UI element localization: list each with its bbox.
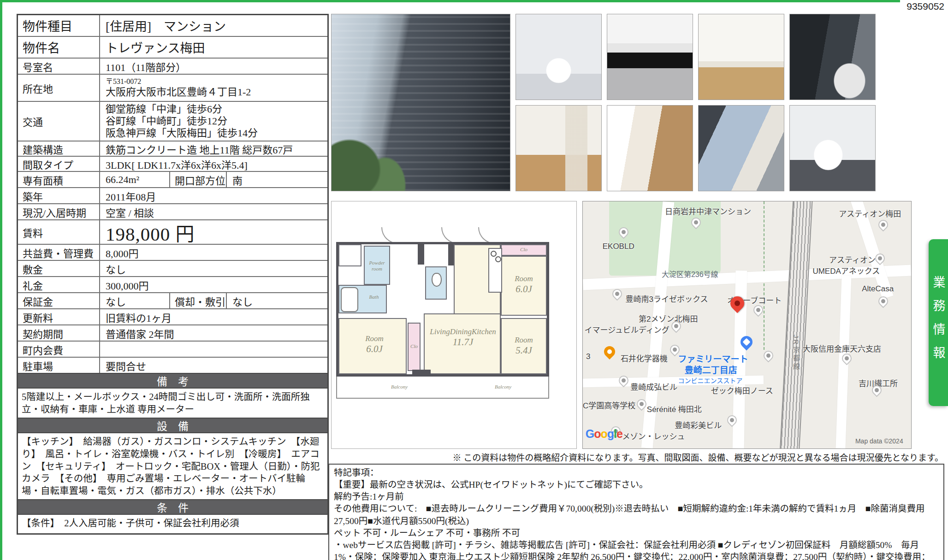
map-label: Map data ©2024 [855,437,903,445]
map-label: ゼック梅田ノース [711,384,773,396]
ldk-label: LivingDiningKitchen11.7J [428,327,498,348]
table-row: 専有面積66.24m²開口部方位南 [18,171,327,187]
map-label: メゾン・レッシュ [622,430,685,442]
powder-room-label: Powder room [364,260,390,272]
special-notes-line: ・webサービス広告掲載 [許可]・チラシ、雑誌等掲載広告 [許可]・保証会社：… [334,539,939,560]
special-notes-line: 特記事項： [334,467,939,479]
toilet-icon [432,273,442,287]
table-row: 賃料198,000 円 [18,219,327,244]
table-row: 更新料旧賃料の1ヶ月 [18,308,327,324]
postal-code: 〒531-0072 [106,77,141,86]
table-row: 礼金300,000円 [18,276,327,292]
business-info-tab[interactable]: 業務情報 [929,239,948,406]
map-label: アスティオン梅田 [839,207,901,219]
wall-block [418,244,424,265]
special-notes-line: その他費用について: ■退去時ルームクリーニング費用￥70,000(税別)※退去… [334,503,939,527]
special-notes-line: ペット 不可・ルームシェア 不可・事務所 不可 [334,527,939,539]
map-railway [780,201,813,449]
map-label: 第2メゾン北梅田 [639,312,698,324]
table-row: 町内会費 [18,341,327,357]
room-bottom-right-label: Room5.4J [501,336,547,357]
table-row: 敷金なし [18,260,327,276]
rent-amount: 198,000 円 [100,220,327,244]
conditions-text: 【条件】 2人入居可能・子供可・保証会社利用必須 [18,514,327,533]
document-number: 9359052 [907,1,944,12]
closet-vertical-label: Clo [408,343,421,349]
door-arc-icon [478,227,495,244]
map-label: Sérénité 梅田北 [647,403,702,414]
map-label: JR京都線 [791,335,801,371]
google-logo: Google [586,427,622,441]
map-label: アスティオン [829,253,876,265]
balcony-label: Balcony [485,384,521,390]
property-table: 物件種目[住居用] マンション 物件名トレヴァンス梅田 号室名1101（11階部… [17,14,329,535]
section-header-notes: 備 考 [18,373,327,388]
map-label: コンビニエンスストア [678,376,742,385]
photo-balcony-view [698,105,784,191]
closet-top-label: Clo [501,247,547,253]
room-top-right-label: Room6.0J [501,274,547,295]
table-row: 共益費・管理費8,000円 [18,244,327,260]
property-sheet: 9359052 物件種目[住居用] マンション 物件名トレヴァンス梅田 号室名1… [0,0,948,560]
table-row: 物件種目[住居用] マンション [18,15,327,36]
table-row: 築年2011年08月 [18,187,327,203]
access-line-1: 御堂筋線「中津」徒歩6分 [106,103,222,115]
floor-plan-unit: Room6.0J Room6.0J LivingDiningKitchen11.… [336,242,549,377]
stove-burner-icon [495,256,501,262]
map-label: AlteCasa [862,284,894,294]
map-label: イマージュビルディング [585,324,670,335]
notes-text: 5階建以上・メールボックス・24時間ゴミ出し可・洗面所・洗面所独立・収納有・車庫… [18,388,327,418]
special-notes-box: 特記事項： 【重要】最新の空き状況は、公式HP(セイワドットネット)にてご確認下… [328,464,944,560]
table-row: 物件名トレヴァンス梅田 [18,36,327,58]
table-row: 号室名1101（11階部分） [18,58,327,74]
map-label: EKOBLD [603,242,634,251]
photo-hallway [607,105,693,191]
photo-bedroom [515,105,602,191]
table-row: 建築構造鉄筋コンクリート造 地上11階 総戸数67戸 [18,141,327,156]
map-pin-icon [761,349,775,363]
table-row: 交通 御堂筋線「中津」徒歩6分谷町線「中崎町」徒歩12分阪急神戸線「大阪梅田」徒… [18,101,327,141]
map-label: 豊崎南3ライゼボックス [626,293,708,304]
access-line-2: 谷町線「中崎町」徒歩12分 [106,115,227,127]
table-row: 所在地 〒531-0072大阪府大阪市北区豊崎４丁目1-2 [18,74,327,101]
equipment-text: 【キッチン】 給湯器（ガス）・ガスコンロ・システムキッチン 【水廻り】 風呂・ト… [18,432,327,499]
stove-burner-icon [491,251,497,257]
map-label: UMEDAアネックス [812,265,880,276]
entry-closet [338,244,361,266]
room-left-label: Room6.0J [351,334,397,355]
table-row: 間取タイプ3LDK[ LDK11.7x洋6x洋6x洋5.4] [18,156,327,171]
door-arc-icon [441,227,458,244]
address: 大阪府大阪市北区豊崎４丁目1-2 [106,86,251,98]
page-frame-left [0,0,2,560]
balcony: Balcony Balcony [336,377,549,399]
section-header-equipment: 設 備 [18,418,327,432]
bathtub-icon [341,287,358,312]
photo-washbasin [515,14,602,100]
photo-bathroom [789,14,876,100]
map-label: 豊崎成弘ビル [630,381,677,392]
special-notes-line: 解約予告:1ヶ月前 [334,491,939,503]
map-label: 石井化学器機 [621,352,668,364]
map-label: 3 [586,352,590,361]
balcony-label: Balcony [381,384,418,390]
map-pin-icon [876,218,890,232]
map-label: 大阪信用金庫天六支店 [803,342,881,354]
map-label: 大淀区第236号線 [662,268,718,279]
table-row: 現況/入居時期空室 / 相談 [18,203,327,219]
door-arc-icon [381,227,398,244]
map-label: ファミリーマート [678,352,748,365]
wall-block [412,370,431,374]
bath-label: Bath [362,294,385,300]
map-pin-icon [610,287,624,301]
map-pin-orange-icon [602,344,617,360]
special-notes-line: 【重要】最新の空き状況は、公式HP(セイワドットネット)にてご確認下さい。 [334,479,939,491]
page-frame-top [0,0,900,2]
map-label: 豊崎彩美ビル [675,419,722,430]
access-line-3: 阪急神戸線「大阪梅田」徒歩14分 [106,127,258,139]
photo-kitchen [607,14,693,100]
table-row: 契約期間普通借家 2年間 [18,324,327,341]
photo-living-room [698,14,784,100]
floor-plan: Room6.0J Room6.0J LivingDiningKitchen11.… [331,201,577,449]
wall-block [448,244,454,265]
location-map: 日商岩井中津マンションアスティオン梅田EKOBLD大淀区第236号線アスティオン… [582,201,912,449]
